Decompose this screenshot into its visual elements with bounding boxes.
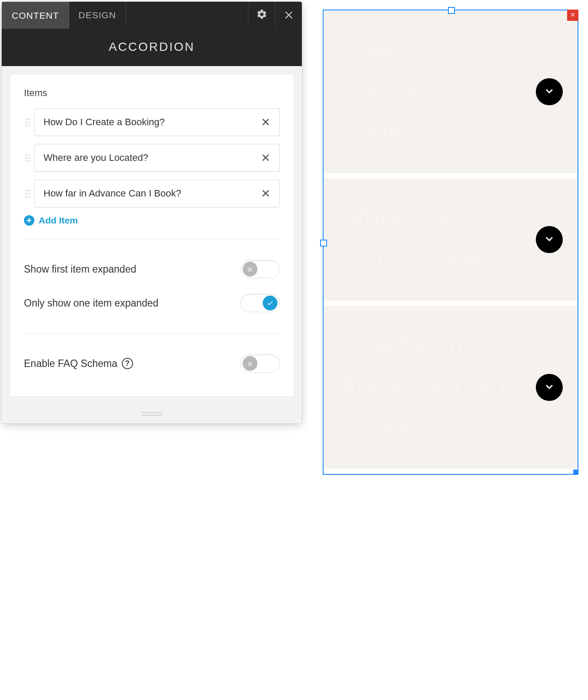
close-icon: ✕ [261,116,271,129]
items-label: Items [24,87,280,99]
chevron-down-icon [544,381,555,393]
close-icon: ✕ [261,151,271,164]
remove-item-button[interactable]: ✕ [261,152,271,163]
item-title: How Do I Create a Booking? [43,117,165,128]
content-section: Items How Do I Create a Booking? ✕ Where… [10,74,294,397]
accordion-item-row[interactable]: Where are you Located? ✕ [34,144,280,172]
resize-handle[interactable] [573,470,578,475]
accordion-preview-item[interactable]: How Do I Create a Booking? [324,10,578,173]
settings-button[interactable] [248,2,275,29]
help-icon[interactable]: ? [122,358,133,369]
toggle-label-faq-schema: Enable FAQ Schema ? [24,358,133,370]
chevron-down-icon [544,86,555,98]
expand-button[interactable] [536,374,563,401]
gear-icon [256,9,267,22]
toggle-label-one-expanded: Only show one item expanded [24,297,158,309]
close-icon [283,9,294,22]
canvas-selection[interactable]: How Do I Create a Booking? Where are you… [323,10,578,475]
expand-button[interactable] [536,78,563,105]
remove-item-button[interactable]: ✕ [261,117,271,128]
accordion-title: How Do I Create a Booking? [338,31,508,152]
item-title: Where are you Located? [43,152,148,163]
tab-content[interactable]: CONTENT [2,2,69,29]
drag-handle-icon[interactable] [24,190,32,197]
tab-design[interactable]: DESIGN [69,2,127,29]
remove-item-button[interactable]: ✕ [261,188,271,199]
close-panel-button[interactable] [275,2,302,29]
toggle-faq-schema[interactable] [241,354,280,373]
accordion-title: Where are you Located? [338,199,508,280]
expand-button[interactable] [536,226,563,253]
accordion-item-row[interactable]: How Do I Create a Booking? ✕ [34,108,280,136]
add-item-button[interactable]: + Add Item [24,215,280,226]
drag-handle-icon[interactable] [24,154,32,162]
accordion-item-row[interactable]: How far in Advance Can I Book? ✕ [34,180,280,207]
plus-icon: + [24,215,34,226]
add-item-label: Add Item [39,215,78,226]
x-icon [243,356,257,371]
item-title: How far in Advance Can I Book? [43,188,181,199]
panel-resize-handle[interactable] [2,404,302,423]
panel-title: ACCORDION [2,29,302,66]
settings-panel: CONTENT DESIGN ACCORDION Items How Do I … [2,2,302,423]
accordion-title: How far in Advance Can I Book? [338,327,508,448]
accordion-preview-item[interactable]: Where are you Located? [324,178,578,301]
chevron-down-icon [544,233,555,246]
divider [24,239,280,239]
accordion-preview-item[interactable]: How far in Advance Can I Book? [324,306,578,469]
remove-element-button[interactable] [567,10,578,21]
check-icon [263,296,277,310]
toggle-label-first-expanded: Show first item expanded [24,263,136,275]
close-icon [570,11,576,19]
divider [24,333,280,333]
toggle-first-expanded[interactable] [241,260,280,278]
grip-icon [142,412,162,416]
drag-handle-icon[interactable] [24,119,32,126]
x-icon [243,262,257,277]
close-icon: ✕ [261,187,271,200]
toggle-one-expanded[interactable] [241,294,280,312]
tabs-bar: CONTENT DESIGN [2,2,302,29]
